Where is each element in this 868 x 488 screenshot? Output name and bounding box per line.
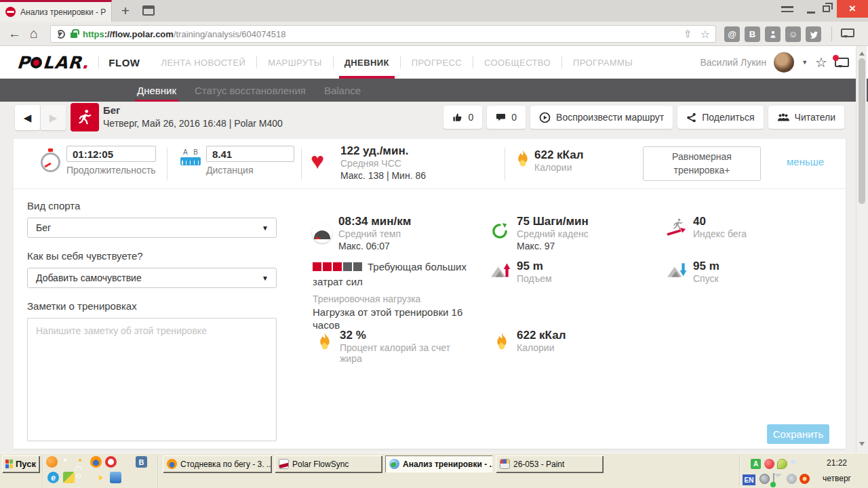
browser-tab-active[interactable]: Анализ тренировки - Polar F (0, 0, 112, 22)
chevron-down-icon[interactable]: ▼ (802, 59, 808, 66)
ok-share-icon[interactable] (765, 26, 781, 42)
globe-icon (389, 459, 399, 469)
summary-divider (505, 148, 505, 180)
movie-maker-icon[interactable] (110, 472, 121, 483)
favorites-star-icon[interactable]: ☆ (815, 54, 827, 70)
taskbar-item-firefox[interactable]: Стодневка по бегу - 3. ... (163, 455, 271, 472)
close-button[interactable]: × (837, 0, 868, 18)
taskbar-item-flowsync[interactable]: Polar FlowSync (275, 455, 382, 472)
page-scrollbar[interactable] (856, 46, 867, 453)
cadence-value: 75 Шаги/мин (517, 215, 589, 228)
pace-value: 08:34 мин/км (338, 215, 411, 228)
user-area: Василий Лукин ▼ ☆ (700, 46, 849, 79)
nav-programs[interactable]: ПРОГРАММЫ (572, 46, 634, 79)
ascent-metric: 95 m Подъем (490, 260, 552, 284)
vk-icon[interactable]: B (136, 456, 147, 468)
distance-label: Дистанция (206, 165, 294, 176)
home-icon[interactable]: ⌂ (30, 26, 38, 41)
avatar[interactable] (774, 52, 794, 73)
pace-max: Макс. 06:07 (338, 241, 411, 251)
user-name[interactable]: Василий Лукин (700, 57, 766, 68)
minimize-button[interactable] (807, 12, 815, 14)
save-button[interactable]: Сохранить (767, 424, 829, 444)
comment-button[interactable]: 0 (487, 106, 526, 129)
ssl-lock-icon (71, 33, 77, 38)
next-training-button[interactable]: ▶ (41, 105, 66, 130)
red-app-tray-icon[interactable] (764, 459, 774, 469)
main-nav: ЛЕНТА НОВОСТЕЙ МАРШРУТЫ ДНЕВНИК ПРОГРЕСС… (140, 46, 635, 79)
mail-check-tray-icon[interactable] (773, 473, 774, 486)
training-load-label: Тренировочная нагрузка (313, 293, 469, 304)
less-link[interactable]: меньше (787, 156, 824, 167)
like-button[interactable]: 0 (443, 106, 482, 129)
nav-progress[interactable]: ПРОГРЕСС (410, 46, 463, 79)
orange-app-tray-icon[interactable] (800, 474, 810, 484)
speedometer-icon (312, 223, 332, 243)
chevron-down-icon: ▼ (262, 224, 269, 232)
leaf-tray-icon[interactable] (777, 459, 787, 469)
scroll-down-icon[interactable] (859, 442, 865, 449)
bookmark-star-icon[interactable]: ☆ (701, 28, 710, 41)
hr-minmax: Макс. 138 | Мин. 86 (340, 170, 426, 181)
nav-routes[interactable]: МАРШРУТЫ (267, 46, 323, 79)
browser-chat-icon[interactable] (841, 28, 854, 37)
internet-explorer-icon[interactable]: e (47, 472, 59, 483)
vk-share-icon[interactable]: B (745, 26, 760, 42)
summary-divider (301, 148, 302, 180)
browser-menu-icon[interactable] (781, 6, 793, 14)
scrollbar-thumb[interactable] (859, 58, 865, 204)
taskbar-clock[interactable]: 21:22 четверг (812, 458, 861, 483)
followers-button[interactable]: Читатели (768, 106, 844, 129)
start-button[interactable]: Пуск (2, 455, 39, 472)
nav-diary[interactable]: ДНЕВНИК (343, 46, 391, 79)
calories-metric: 622 кКал Калории (490, 329, 566, 353)
antivirus-tray-icon[interactable]: A (751, 459, 761, 469)
nav-news-feed[interactable]: ЛЕНТА НОВОСТЕЙ (160, 46, 248, 79)
share-page-icon[interactable]: ⇧ (684, 28, 692, 40)
volume-tray-icon[interactable] (787, 474, 797, 484)
scroll-up-icon[interactable] (859, 49, 865, 56)
twitter-share-icon[interactable] (806, 26, 821, 42)
feeling-select[interactable]: Добавить самочувствие▼ (27, 268, 277, 288)
training-load-extra: Нагрузка от этой тренировки 16 часов (313, 306, 463, 332)
address-bar[interactable]: https://flow.polar.com/training/analysis… (50, 25, 716, 43)
polar-favicon-icon (5, 7, 16, 17)
taskbar-item-paint[interactable]: 26-053 - Paint (496, 455, 603, 472)
social-buttons: @ B ☺ (724, 26, 821, 42)
taskbar-item-training-analysis[interactable]: Анализ тренировки - ... (385, 455, 492, 472)
replay-route-button[interactable]: Воспроизвести маршрут (530, 106, 673, 129)
restore-button[interactable] (823, 5, 830, 12)
firefox-icon[interactable] (90, 456, 102, 468)
reload-icon[interactable] (56, 30, 65, 39)
distance-input[interactable] (206, 146, 294, 162)
new-tab-button[interactable]: + (117, 1, 134, 20)
stopwatch-icon (41, 152, 60, 172)
subnav-recovery-status[interactable]: Статус восстановления (195, 79, 306, 102)
sport-select[interactable]: Бег▼ (27, 218, 277, 238)
tray-divider (739, 455, 741, 487)
mailru-share-icon[interactable]: @ (724, 26, 740, 42)
share-button[interactable]: Поделиться (677, 106, 763, 129)
share-icon (686, 113, 696, 123)
subnav-diary[interactable]: Дневник (137, 79, 176, 102)
language-indicator[interactable]: EN (743, 474, 755, 485)
comment-icon (496, 113, 506, 123)
notifications-icon[interactable] (835, 58, 849, 67)
calories-value: 622 кКал (534, 148, 583, 162)
prev-training-button[interactable]: ◀ (15, 105, 40, 130)
notes-textarea[interactable] (27, 318, 277, 441)
nav-community[interactable]: СООБЩЕСТВО (483, 46, 552, 79)
training-benefit-button[interactable]: Равномерная тренировка+ (643, 146, 761, 181)
amigo-browser-icon[interactable] (46, 456, 58, 468)
ruler-icon: AB (180, 148, 201, 165)
duration-input[interactable] (66, 146, 156, 162)
subnav-balance[interactable]: Balance (324, 79, 361, 102)
webcam-tray-icon[interactable] (760, 474, 770, 484)
moimir-share-icon[interactable]: ☺ (785, 26, 801, 42)
back-icon[interactable]: ← (8, 26, 21, 41)
opera-icon[interactable] (105, 456, 117, 468)
polar-logo[interactable]: PLAR. (16, 53, 90, 73)
maps-icon[interactable] (63, 472, 75, 483)
tab-list-icon[interactable] (142, 5, 155, 16)
polar-header: PLAR. FLOW ЛЕНТА НОВОСТЕЙ МАРШРУТЫ ДНЕВН… (0, 46, 868, 79)
